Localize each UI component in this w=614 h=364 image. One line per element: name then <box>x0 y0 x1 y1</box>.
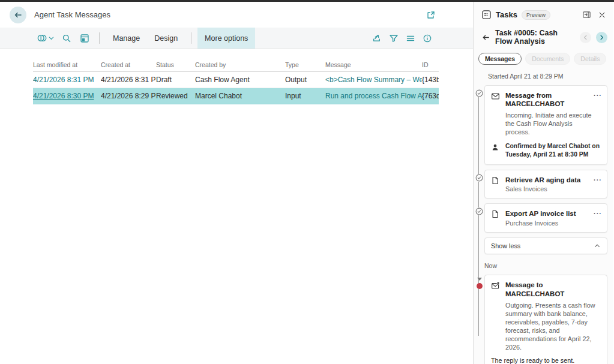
document-icon <box>491 209 505 218</box>
open-in-new-window-icon[interactable] <box>426 10 436 20</box>
last-modified-link[interactable]: 4/21/2026 8:31 PM <box>33 76 94 84</box>
task-navigation: Task #0005: Cash Flow Analysis <box>481 29 607 46</box>
show-less-button[interactable]: Show less <box>484 237 607 254</box>
timeline-card-message-from: Message from MARCELCHABOT Incoming. Init… <box>484 85 607 165</box>
card-title: Retrieve AR aging data <box>505 176 592 185</box>
column-header-type[interactable]: Type <box>285 61 325 68</box>
now-label: Now <box>484 262 607 269</box>
step-complete-icon <box>475 174 483 182</box>
screen: Agent Task Messages <box>0 0 614 364</box>
dock-panel-icon[interactable] <box>581 9 592 20</box>
id-cell: {143b6 <box>422 76 439 84</box>
design-button[interactable]: Design <box>147 28 185 49</box>
message-link[interactable]: Run and process Cash Flow Anal... <box>325 92 422 100</box>
step-complete-icon <box>475 89 483 97</box>
analyze-grid-icon[interactable] <box>76 31 93 46</box>
confirmed-text: Confirmed by Marcel Chabot on Tuesday, A… <box>505 142 602 158</box>
timeline-card-message-to: Message to MARCELCHABOT Outgoing. Presen… <box>484 275 607 364</box>
manage-button[interactable]: Manage <box>106 28 147 49</box>
agent-icon <box>37 33 47 43</box>
toolbar-divider <box>99 32 100 44</box>
created-at-cell: 4/21/2026 8:31 PM <box>101 76 156 84</box>
card-subtitle: Purchase Invoices <box>505 219 592 227</box>
tasks-panel-title: Tasks <box>496 10 517 19</box>
card-title: Message to MARCELCHABOT <box>505 281 602 299</box>
task-timeline: Message from MARCELCHABOT Incoming. Init… <box>474 85 613 364</box>
task-back-icon[interactable] <box>481 33 490 42</box>
close-panel-icon[interactable] <box>597 10 607 20</box>
back-button[interactable] <box>10 7 26 23</box>
message-link[interactable]: <b>Cash Flow Summary – Wedn... <box>325 76 422 84</box>
id-cell: {763df <box>422 92 439 100</box>
filter-icon[interactable] <box>385 31 402 46</box>
card-menu-icon[interactable]: ··· <box>592 91 602 99</box>
more-options-button[interactable]: More options <box>197 28 255 49</box>
card-title: Message from MARCELCHABOT <box>505 91 592 109</box>
card-title: Export AP invoice list <box>505 209 592 218</box>
card-menu-icon[interactable]: ··· <box>592 176 602 183</box>
tasks-panel-header: Tasks Preview <box>474 2 613 20</box>
previous-task-icon[interactable] <box>580 32 591 43</box>
column-header-message[interactable]: Message <box>325 61 422 68</box>
reply-status-text: The reply is ready to be sent. <box>491 357 602 364</box>
step-complete-icon <box>475 207 483 215</box>
column-header-created-at[interactable]: Created at <box>101 61 156 68</box>
column-header-created-by[interactable]: Created by <box>195 61 285 68</box>
created-at-cell: 4/21/2026 8:29 PM <box>101 92 156 100</box>
toolbar-divider <box>191 32 191 44</box>
table-row-selected[interactable]: 4/21/2026 8:30 PM ⋮ 4/21/2026 8:29 PM Re… <box>33 88 439 104</box>
document-icon <box>491 176 505 185</box>
tab-details[interactable]: Details <box>574 53 606 65</box>
last-modified-link[interactable]: 4/21/2026 8:30 PM <box>33 92 94 100</box>
main-content: Agent Task Messages <box>0 2 474 364</box>
share-icon[interactable] <box>369 31 385 46</box>
chevron-down-icon <box>49 35 54 41</box>
preview-badge: Preview <box>522 10 550 20</box>
person-icon <box>491 142 503 158</box>
table-row[interactable]: 4/21/2026 8:31 PM 4/21/2026 8:31 PM Draf… <box>33 72 439 88</box>
page-header: Agent Task Messages <box>0 2 473 28</box>
table-header-row: Last modified at Created at Status Creat… <box>33 58 439 72</box>
column-header-last-modified[interactable]: Last modified at <box>33 61 101 68</box>
list-toolbar: Manage Design More options <box>0 28 473 49</box>
card-body-text: Outgoing. Presents a cash flow summary w… <box>505 301 602 351</box>
info-icon[interactable] <box>419 31 436 46</box>
timeline-card-step-ap: Export AP invoice list Purchase Invoices… <box>484 203 607 233</box>
next-task-icon[interactable] <box>596 32 607 43</box>
search-icon[interactable] <box>58 31 75 46</box>
card-body-text: Incoming. Initiate and execute the Cash … <box>505 111 592 136</box>
created-by-cell: Marcel Chabot <box>195 92 285 100</box>
envelope-icon <box>491 91 505 101</box>
type-cell: Input <box>285 92 325 100</box>
agent-dropdown-button[interactable] <box>33 31 57 46</box>
column-header-id[interactable]: ID <box>422 61 439 68</box>
chevron-up-icon <box>594 242 601 249</box>
task-title: Task #0005: Cash Flow Analysis <box>495 29 575 46</box>
active-step-dot <box>477 283 483 289</box>
card-subtitle: Sales Invoices <box>505 185 592 192</box>
tasks-panel: Tasks Preview Task #0005: Cash Flow Anal… <box>474 2 613 364</box>
envelope-badge-icon <box>491 281 505 290</box>
task-tabs: Messages Documents Details <box>478 53 607 65</box>
task-started-timestamp: Started April 21 at 8:29 PM <box>488 73 613 80</box>
timeline-card-step-ar: Retrieve AR aging data Sales Invoices ··… <box>484 170 607 199</box>
page-title: Agent Task Messages <box>34 10 110 19</box>
back-arrow-icon <box>13 10 23 20</box>
tab-documents[interactable]: Documents <box>525 53 570 65</box>
type-cell: Output <box>285 76 325 84</box>
status-cell: Draft <box>156 76 195 84</box>
list-view-icon[interactable] <box>402 31 419 46</box>
messages-table: Last modified at Created at Status Creat… <box>33 58 439 104</box>
tab-messages[interactable]: Messages <box>478 53 522 65</box>
created-by-cell: Cash Flow Agent <box>195 76 285 84</box>
tasks-icon <box>481 10 492 20</box>
column-header-status[interactable]: Status <box>156 61 195 68</box>
status-cell: Reviewed <box>156 92 195 100</box>
card-menu-icon[interactable]: ··· <box>592 209 602 217</box>
show-less-label: Show less <box>491 242 520 249</box>
